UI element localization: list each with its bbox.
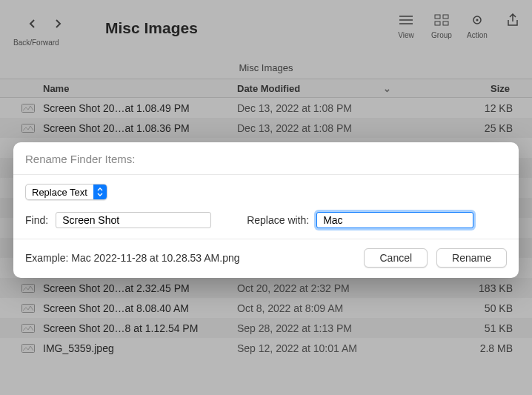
file-name: Screen Shot 20…at 2.32.45 PM: [43, 282, 237, 294]
svg-point-5: [476, 19, 479, 21]
file-date: Oct 20, 2022 at 2:32 PM: [237, 282, 428, 294]
file-name: IMG_5359.jpeg: [43, 342, 237, 354]
table-row[interactable]: IMG_5359.jpegSep 12, 2022 at 10:01 AM2.8…: [0, 338, 532, 358]
svg-rect-18: [22, 344, 35, 352]
file-image-icon: [21, 103, 36, 113]
toolbar-action[interactable]: Action: [465, 12, 489, 39]
toolbar-more[interactable]: [501, 12, 525, 39]
file-date: Sep 28, 2022 at 1:13 PM: [237, 322, 428, 334]
column-header-size[interactable]: Size: [400, 83, 532, 94]
table-row[interactable]: Screen Shot 20…at 1.08.36 PMDec 13, 2022…: [0, 118, 532, 138]
file-image-icon: [21, 283, 36, 293]
svg-rect-3: [443, 21, 448, 25]
file-size: 51 KB: [428, 322, 532, 334]
file-image-icon: [21, 323, 36, 333]
nav-back-button[interactable]: [22, 15, 43, 33]
table-row[interactable]: Screen Shot 20…at 1.08.49 PMDec 13, 2022…: [0, 98, 532, 118]
column-header-name[interactable]: Name: [0, 83, 237, 94]
toolbar-group[interactable]: Group: [430, 12, 453, 39]
replace-label: Replace with:: [247, 214, 309, 226]
file-name: Screen Shot 20…8 at 1.12.54 PM: [43, 322, 237, 334]
file-size: 25 KB: [428, 122, 532, 134]
share-icon: [501, 12, 525, 28]
file-name: Screen Shot 20…at 8.08.40 AM: [43, 302, 237, 314]
svg-rect-0: [435, 15, 440, 19]
up-down-arrows-icon: [93, 184, 107, 200]
file-size: 50 KB: [428, 302, 532, 314]
file-size: 183 KB: [428, 282, 532, 294]
file-image-icon: [21, 343, 36, 353]
replace-input[interactable]: [316, 212, 473, 228]
svg-rect-15: [22, 284, 35, 292]
file-name: Screen Shot 20…at 1.08.49 PM: [43, 102, 237, 114]
file-image-icon: [21, 303, 36, 313]
table-row[interactable]: Screen Shot 20…at 8.08.40 AMOct 8, 2022 …: [0, 298, 532, 318]
svg-rect-1: [443, 15, 448, 19]
find-input[interactable]: [56, 212, 211, 228]
table-row[interactable]: Screen Shot 20…8 at 1.12.54 PMSep 28, 20…: [0, 318, 532, 338]
cancel-button[interactable]: Cancel: [364, 248, 428, 268]
chevron-right-icon: [54, 19, 61, 29]
svg-rect-16: [22, 304, 35, 312]
example-text: Example: Mac 2022-11-28 at 10.28.53 AM.p…: [25, 252, 355, 264]
svg-rect-2: [435, 21, 440, 25]
file-date: Oct 8, 2022 at 8:09 AM: [237, 302, 428, 314]
chevron-left-icon: [29, 19, 36, 29]
nav-forward-button[interactable]: [47, 15, 68, 33]
grid-icon: [430, 12, 453, 28]
nav-label: Back/Forward: [13, 39, 59, 47]
list-header: Name Date Modified ⌄ Size: [0, 79, 532, 98]
rename-dialog: Rename Finder Items: Replace Text Find: …: [13, 142, 519, 278]
find-label: Find:: [25, 214, 48, 226]
svg-rect-6: [22, 104, 35, 112]
window-title: Misc Images: [105, 19, 198, 37]
toolbar: Back/Forward Misc Images View Group Acti…: [0, 0, 532, 59]
rename-mode-select[interactable]: Replace Text: [25, 184, 107, 200]
gear-icon: [465, 12, 489, 28]
svg-rect-17: [22, 324, 35, 332]
path-bar[interactable]: Misc Images: [0, 59, 532, 79]
rename-button[interactable]: Rename: [436, 248, 507, 268]
column-header-date[interactable]: Date Modified ⌄: [237, 83, 400, 94]
sort-indicator-icon: ⌄: [383, 83, 391, 94]
file-name: Screen Shot 20…at 1.08.36 PM: [43, 122, 237, 134]
file-image-icon: [21, 123, 36, 133]
toolbar-view[interactable]: View: [394, 12, 418, 39]
svg-rect-7: [22, 124, 35, 132]
list-view-icon: [394, 12, 418, 28]
table-row[interactable]: Screen Shot 20…at 2.32.45 PMOct 20, 2022…: [0, 278, 532, 298]
file-date: Dec 13, 2022 at 1:08 PM: [237, 102, 428, 114]
file-date: Dec 13, 2022 at 1:08 PM: [237, 122, 428, 134]
file-date: Sep 12, 2022 at 10:01 AM: [237, 342, 428, 354]
file-size: 2.8 MB: [428, 342, 532, 354]
dialog-title: Rename Finder Items:: [13, 142, 519, 174]
file-size: 12 KB: [428, 102, 532, 114]
